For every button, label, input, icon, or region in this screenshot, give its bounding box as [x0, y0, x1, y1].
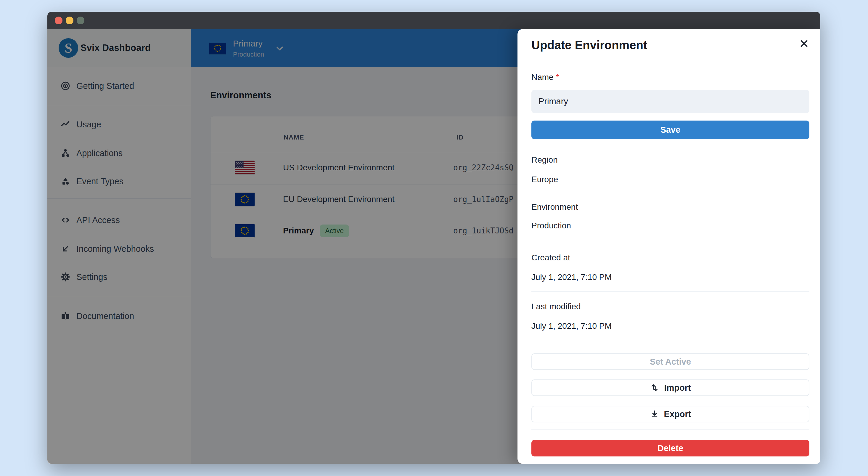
- last-modified-value: July 1, 2021, 7:10 PM: [531, 321, 612, 331]
- required-asterisk: *: [556, 72, 559, 82]
- close-window-button[interactable]: [55, 17, 62, 24]
- minimize-window-button[interactable]: [66, 17, 73, 24]
- modal-divider: [531, 195, 809, 195]
- delete-button[interactable]: Delete: [531, 440, 809, 456]
- update-environment-modal: Update Environment Name* Save Region Eur…: [518, 29, 820, 464]
- created-at-value: July 1, 2021, 7:10 PM: [531, 272, 612, 282]
- app-window: S Svix Dashboard Getting Started Usage: [48, 12, 820, 464]
- name-field-label: Name*: [531, 72, 559, 82]
- modal-divider: [531, 241, 809, 241]
- window-titlebar: [48, 12, 820, 29]
- close-icon[interactable]: [798, 37, 811, 50]
- created-at-label: Created at: [531, 253, 570, 262]
- environment-value: Production: [531, 221, 571, 231]
- import-icon: [650, 383, 659, 392]
- modal-title: Update Environment: [531, 38, 647, 52]
- save-button[interactable]: Save: [531, 121, 809, 139]
- app-body: S Svix Dashboard Getting Started Usage: [48, 29, 820, 464]
- import-button[interactable]: Import: [531, 380, 809, 396]
- export-download-icon: [650, 409, 659, 419]
- region-label: Region: [531, 155, 558, 165]
- name-input[interactable]: [531, 90, 809, 113]
- modal-divider: [531, 429, 809, 429]
- last-modified-label: Last modified: [531, 302, 581, 311]
- zoom-window-button[interactable]: [77, 17, 84, 24]
- environment-label: Environment: [531, 202, 578, 212]
- region-value: Europe: [531, 175, 558, 184]
- export-button[interactable]: Export: [531, 406, 809, 422]
- set-active-button[interactable]: Set Active: [531, 353, 809, 370]
